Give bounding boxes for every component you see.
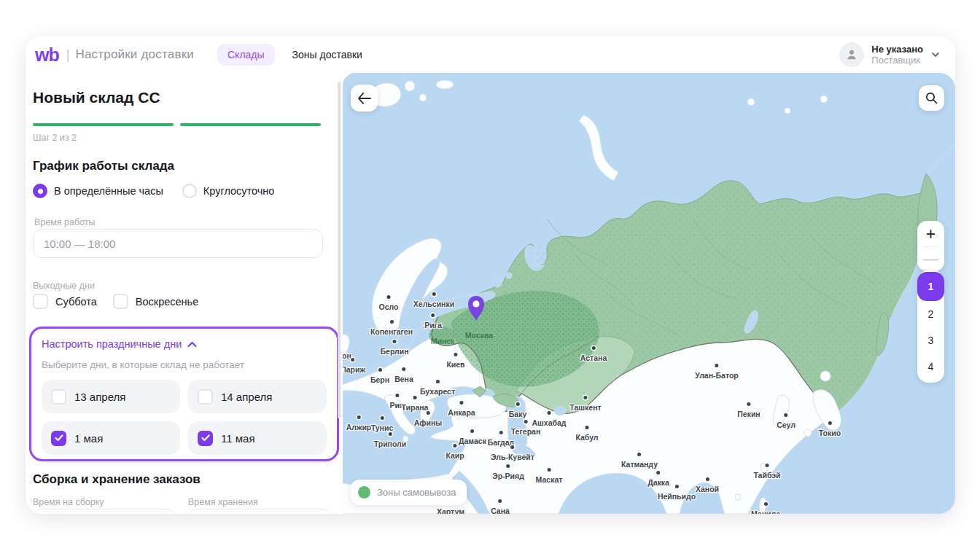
person-icon xyxy=(845,48,858,61)
zoom-level-2[interactable]: 2 xyxy=(917,301,944,327)
zoom-control: + — xyxy=(917,221,944,271)
back-button[interactable] xyxy=(351,85,378,112)
warehouse-form-panel: Новый склад СС Шаг 2 из 2 График работы … xyxy=(26,73,343,514)
checkbox-icon xyxy=(51,431,66,446)
tab-sklady[interactable]: Склады xyxy=(217,44,275,66)
zoom-level-3[interactable]: 3 xyxy=(917,327,944,353)
radio-icon xyxy=(182,184,197,198)
checkbox-icon xyxy=(33,294,48,309)
assembly-field-labels: Время на сборкуВремя хранения xyxy=(33,497,331,507)
tab-zony-dostavki[interactable]: Зоны доставки xyxy=(282,44,373,66)
zoom-out-button[interactable]: — xyxy=(923,249,938,268)
step-progress xyxy=(33,123,321,126)
checkbox-icon xyxy=(113,294,128,309)
zoom-level-4[interactable]: 4 xyxy=(917,353,944,380)
map-search-button[interactable] xyxy=(919,85,944,111)
header: wb | Настройки доставки СкладыЗоны доста… xyxy=(26,36,955,73)
weekends-label: Выходные дни xyxy=(33,281,95,291)
schedule-radio-1[interactable]: Круглосуточно xyxy=(182,184,275,198)
step-label: Шаг 2 из 2 xyxy=(33,133,77,143)
map-geography xyxy=(343,73,955,514)
weekend-checkbox-group: СубботаВоскресенье xyxy=(33,294,198,309)
schedule-radio-0[interactable]: В определённые часы xyxy=(33,184,163,198)
radio-icon xyxy=(33,184,47,198)
progress-bar-2 xyxy=(180,123,321,126)
schedule-radio-group: В определённые часыКруглосуточно xyxy=(33,184,274,198)
app-window: wb | Настройки доставки СкладыЗоны доста… xyxy=(26,36,955,514)
checkbox-icon xyxy=(198,389,213,405)
weekend-checkbox-1[interactable]: Воскресенье xyxy=(113,294,198,309)
checkbox-icon xyxy=(198,431,213,446)
holiday-chip-0[interactable]: 13 апреля xyxy=(42,380,180,413)
map-legend: Зоны самовывоза xyxy=(351,480,467,505)
holidays-toggle[interactable]: Настроить праздничные дни xyxy=(42,338,327,350)
time-label: Время работы xyxy=(34,217,96,227)
holiday-days-grid: 13 апреля14 апреля1 мая11 мая xyxy=(42,380,327,455)
assembly-field-label-1: Время хранения xyxy=(188,497,331,507)
app-title: Настройки доставки xyxy=(75,47,194,62)
pickup-zone-color-swatch xyxy=(358,486,370,499)
assembly-heading: Сборка и хранение заказов xyxy=(33,472,201,487)
search-icon xyxy=(925,92,938,104)
progress-bar-1 xyxy=(33,123,174,126)
holidays-toggle-label: Настроить праздничные дни xyxy=(42,338,182,350)
zoom-level-1[interactable]: 1 xyxy=(917,272,944,301)
zoom-in-button[interactable]: + xyxy=(926,224,936,244)
storage-time-input[interactable] xyxy=(188,509,331,514)
user-menu[interactable]: Не указано Поставщик xyxy=(839,42,941,67)
assembly-time-input[interactable] xyxy=(33,509,176,514)
holidays-hint: Выберите дни, в которые склад не работае… xyxy=(42,359,327,370)
weekend-checkbox-0[interactable]: Суббота xyxy=(33,294,97,309)
legend-label: Зоны самовывоза xyxy=(377,487,456,498)
holiday-chip-2[interactable]: 1 мая xyxy=(42,421,180,455)
map-canvas[interactable]: ОслоХельсинкиРигаКопенгагенБерлинЛондонП… xyxy=(343,73,955,514)
chevron-down-icon[interactable] xyxy=(930,50,941,60)
user-role: Поставщик xyxy=(871,55,923,66)
holiday-chip-3[interactable]: 11 мая xyxy=(188,421,327,455)
logo-divider: | xyxy=(66,47,70,63)
arrow-left-icon xyxy=(357,93,371,104)
zoom-divider xyxy=(923,246,938,247)
wb-logo: wb xyxy=(35,44,59,66)
working-time-input[interactable] xyxy=(33,229,323,258)
holidays-section: Настроить праздничные дни Выберите дни, … xyxy=(29,327,339,461)
assembly-field-label-0: Время на сборку xyxy=(33,497,176,507)
avatar xyxy=(839,42,864,67)
panel-scrollbar[interactable] xyxy=(338,82,341,418)
checkbox-icon xyxy=(51,389,66,405)
page-title: Новый склад СС xyxy=(33,89,160,106)
user-name: Не указано xyxy=(871,44,923,55)
schedule-heading: График работы склада xyxy=(33,159,174,173)
holiday-chip-1[interactable]: 14 апреля xyxy=(188,380,327,413)
zoom-level-list: 1234 xyxy=(917,270,944,383)
chevron-up-icon xyxy=(187,341,197,348)
header-tabs: СкладыЗоны доставки xyxy=(217,44,373,66)
